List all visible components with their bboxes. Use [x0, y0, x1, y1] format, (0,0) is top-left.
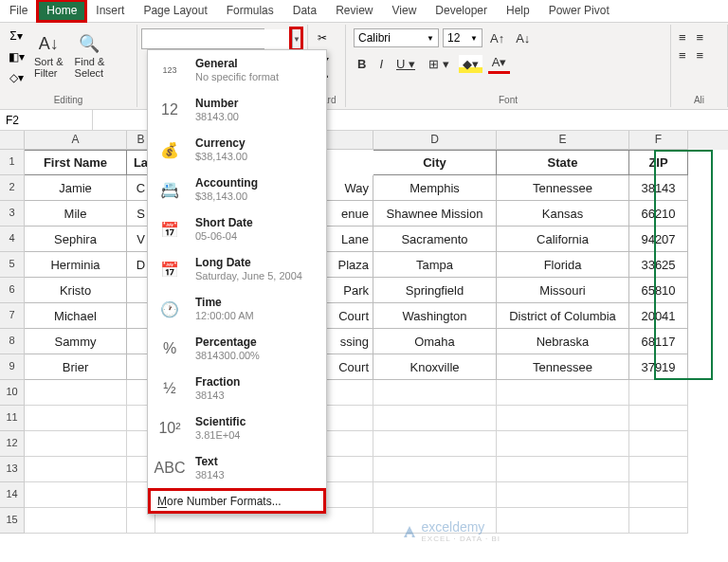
align-left-button[interactable]: ≡ — [675, 46, 690, 64]
row-header-5[interactable]: 5 — [0, 252, 25, 278]
row-header-11[interactable]: 11 — [0, 406, 25, 431]
cell-A9[interactable]: Brier — [25, 354, 127, 380]
row-header-12[interactable]: 12 — [0, 431, 25, 457]
cell-E6[interactable]: Missouri — [497, 278, 629, 303]
find-select-button[interactable]: 🔍 Find & Select — [71, 27, 109, 87]
menu-home[interactable]: Home — [37, 0, 86, 22]
menu-formulas[interactable]: Formulas — [217, 0, 283, 22]
row-header-14[interactable]: 14 — [0, 482, 25, 508]
header-cell-E[interactable]: State — [497, 150, 629, 175]
borders-button[interactable]: ⊞ ▾ — [425, 55, 453, 73]
more-number-formats-button[interactable]: More Number Formats... — [148, 488, 326, 514]
header-cell-A[interactable]: First Name — [25, 150, 127, 175]
cell-empty[interactable] — [25, 380, 127, 406]
row-header-3[interactable]: 3 — [0, 201, 25, 227]
font-color-button[interactable]: A▾ — [488, 53, 511, 74]
number-format-combo[interactable]: ▼ — [141, 28, 264, 49]
number-format-input[interactable] — [142, 29, 292, 48]
cell-empty[interactable] — [25, 457, 127, 482]
format-option-short-date[interactable]: 📅 Short Date 05-06-04 — [148, 209, 326, 249]
align-center-button[interactable]: ≡ — [693, 46, 708, 64]
row-header-9[interactable]: 9 — [0, 354, 25, 380]
cell-E5[interactable]: Florida — [497, 252, 629, 278]
row-header-2[interactable]: 2 — [0, 175, 25, 201]
autosum-button[interactable]: Σ▾ — [6, 27, 27, 45]
cell-empty[interactable] — [373, 406, 497, 431]
cell-empty[interactable] — [373, 431, 497, 457]
cell-E9[interactable]: Tennessee — [497, 354, 629, 380]
cell-D3[interactable]: Shawnee Mission — [373, 201, 497, 227]
cell-empty[interactable] — [497, 508, 629, 534]
cell-D2[interactable]: Memphis — [373, 175, 497, 201]
sort-filter-button[interactable]: A↓ Sort & Filter — [30, 27, 67, 87]
cell-F9[interactable]: 37919 — [629, 354, 688, 380]
row-header-1[interactable]: 1 — [0, 150, 25, 175]
align-mid-button[interactable]: ≡ — [693, 28, 708, 46]
cell-empty[interactable] — [629, 431, 688, 457]
cell-E3[interactable]: Kansas — [497, 201, 629, 227]
cell-empty[interactable] — [497, 431, 629, 457]
cell-empty[interactable] — [629, 508, 688, 534]
format-option-currency[interactable]: 💰 Currency $38,143.00 — [148, 130, 326, 170]
cell-D7[interactable]: Washington — [373, 303, 497, 329]
cell-A4[interactable]: Sephira — [25, 227, 127, 252]
font-size-combo[interactable]: 12▼ — [443, 28, 482, 47]
cell-A7[interactable]: Michael — [25, 303, 127, 329]
cell-F8[interactable]: 68117 — [629, 329, 688, 354]
cell-E2[interactable]: Tennessee — [497, 175, 629, 201]
cut-icon[interactable]: ✂ — [312, 28, 333, 47]
cell-empty[interactable] — [25, 508, 127, 534]
name-box[interactable]: F2 — [0, 110, 93, 130]
cell-F3[interactable]: 66210 — [629, 201, 688, 227]
format-option-fraction[interactable]: ½ Fraction 38143 — [148, 369, 326, 408]
cell-empty[interactable] — [629, 457, 688, 482]
decrease-font-button[interactable]: A↓ — [512, 29, 534, 47]
cell-empty[interactable] — [373, 380, 497, 406]
menu-developer[interactable]: Developer — [426, 0, 497, 22]
col-header-A[interactable]: A — [25, 131, 127, 150]
menu-help[interactable]: Help — [497, 0, 539, 22]
cell-D5[interactable]: Tampa — [373, 252, 497, 278]
cell-A8[interactable]: Sammy — [25, 329, 127, 354]
menu-data[interactable]: Data — [283, 0, 326, 22]
select-all-corner[interactable] — [0, 131, 25, 150]
bold-button[interactable]: B — [354, 55, 370, 73]
cell-A3[interactable]: Mile — [25, 201, 127, 227]
cell-empty[interactable] — [373, 457, 497, 482]
row-header-4[interactable]: 4 — [0, 227, 25, 252]
number-format-dropdown-button[interactable]: ▼ — [292, 29, 300, 48]
cell-empty[interactable] — [25, 482, 127, 508]
format-option-text[interactable]: ABC Text 38143 — [148, 448, 326, 488]
row-header-6[interactable]: 6 — [0, 278, 25, 303]
menu-insert[interactable]: Insert — [86, 0, 134, 22]
fill-color-button[interactable]: ◆▾ — [459, 55, 482, 73]
menu-file[interactable]: File — [0, 0, 37, 22]
format-option-accounting[interactable]: 📇 Accounting $38,143.00 — [148, 170, 326, 209]
cell-D6[interactable]: Springfield — [373, 278, 497, 303]
col-header-F[interactable]: F — [629, 131, 688, 150]
menu-power-pivot[interactable]: Power Pivot — [539, 0, 619, 22]
cell-empty[interactable] — [497, 482, 629, 508]
align-top-button[interactable]: ≡ — [675, 28, 690, 46]
cell-A5[interactable]: Herminia — [25, 252, 127, 278]
format-option-number[interactable]: 12 Number 38143.00 — [148, 90, 326, 130]
cell-F2[interactable]: 38143 — [629, 175, 688, 201]
cell-empty[interactable] — [497, 406, 629, 431]
increase-font-button[interactable]: A↑ — [486, 29, 508, 47]
cell-empty[interactable] — [629, 380, 688, 406]
header-cell-D[interactable]: City — [373, 150, 497, 175]
format-option-time[interactable]: 🕐 Time 12:00:00 AM — [148, 289, 326, 329]
menu-page-layout[interactable]: Page Layout — [134, 0, 216, 22]
header-cell-F[interactable]: ZIP — [629, 150, 688, 175]
row-header-7[interactable]: 7 — [0, 303, 25, 329]
format-option-general[interactable]: 123 General No specific format — [148, 50, 326, 90]
cell-F4[interactable]: 94207 — [629, 227, 688, 252]
cell-empty[interactable] — [497, 380, 629, 406]
row-header-10[interactable]: 10 — [0, 380, 25, 406]
format-option-scientific[interactable]: 10² Scientific 3.81E+04 — [148, 408, 326, 448]
menu-review[interactable]: Review — [326, 0, 382, 22]
cell-empty[interactable] — [629, 482, 688, 508]
col-header-E[interactable]: E — [497, 131, 629, 150]
menu-view[interactable]: View — [383, 0, 427, 22]
cell-F6[interactable]: 65810 — [629, 278, 688, 303]
